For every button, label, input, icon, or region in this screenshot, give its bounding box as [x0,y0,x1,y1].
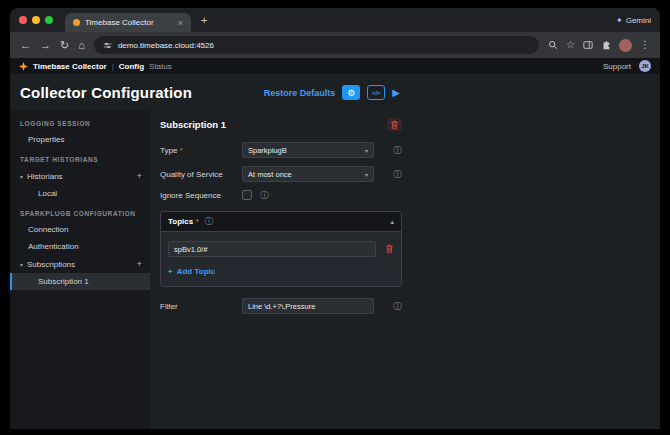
play-icon: ▶ [392,87,400,98]
sidebar-item-authentication[interactable]: Authentication [10,238,150,255]
section-target-historians: TARGET HISTORIANS [10,148,150,167]
type-field-row: Type * SparkplugB ▾ ⓘ [160,142,402,158]
nav-status[interactable]: Status [149,62,172,71]
nav-config[interactable]: Config [119,62,144,71]
chevron-down-icon: ▾ [20,261,23,268]
gemini-label: Gemini [626,16,651,25]
gemini-sparkle-icon: ✦ [616,16,623,25]
ignore-sequence-row: Ignore Sequence ⓘ [160,190,402,200]
close-window-button[interactable] [19,16,27,24]
support-link[interactable]: Support [603,62,631,71]
topics-card: Topics * ⓘ ▴ [160,211,402,287]
extensions-icon[interactable] [601,40,611,50]
forward-icon[interactable]: → [40,40,51,51]
restore-defaults-button[interactable]: Restore Defaults [264,88,336,98]
required-marker: * [180,146,183,155]
browser-tab[interactable]: Timebase Collector × [65,13,191,32]
ignore-sequence-label: Ignore Sequence [160,191,242,200]
collapse-icon[interactable]: ▴ [390,218,394,226]
sidebar-item-properties[interactable]: Properties [10,131,150,148]
topics-info-icon[interactable]: ⓘ [205,217,214,226]
filter-field-row: Filter ⓘ [160,298,402,314]
menu-icon[interactable]: ⋮ [640,40,650,50]
timebase-logo [19,62,28,71]
code-view-button[interactable]: </> [367,85,385,100]
app-header: Timebase Collector | Config Status Suppo… [10,58,660,74]
sidebar-item-subscription-1[interactable]: Subscription 1 [10,273,150,290]
reload-icon[interactable]: ↻ [60,40,69,51]
gear-icon: ⚙ [347,88,355,98]
bookmark-star-icon[interactable]: ☆ [566,40,575,50]
required-marker: * [195,217,198,226]
profile-avatar[interactable] [619,39,632,52]
section-sparkplugb: SPARKPLUGB CONFIGURATION [10,202,150,221]
run-button[interactable]: ▶ [392,87,400,98]
sidebar-item-local[interactable]: Local [10,185,150,202]
tab-strip: Timebase Collector × + ✦ Gemini [10,8,660,32]
topic-input[interactable] [168,241,376,257]
topics-body: + Add Topic [161,232,401,286]
sidebar-item-historians[interactable]: ▾ Historians + [10,167,150,185]
new-tab-button[interactable]: + [201,14,207,26]
ignore-sequence-info-icon[interactable]: ⓘ [260,191,269,200]
ignore-sequence-checkbox[interactable] [242,190,252,200]
caret-down-icon: ▾ [365,147,368,154]
qos-label: Quality of Service [160,170,242,179]
side-panel-icon[interactable] [583,40,593,50]
maximize-window-button[interactable] [45,16,53,24]
minimize-window-button[interactable] [32,16,40,24]
filter-input[interactable] [242,298,374,314]
tab-favicon [73,19,80,26]
settings-button[interactable]: ⚙ [342,85,360,100]
gemini-button[interactable]: ✦ Gemini [616,16,651,25]
delete-topic-icon[interactable] [385,244,394,254]
qos-select[interactable]: At most once ▾ [242,166,374,182]
sidebar-item-subscriptions[interactable]: ▾ Subscriptions + [10,255,150,273]
topics-label: Topics * [168,217,199,226]
subscription-title: Subscription 1 [160,119,226,130]
tab-title: Timebase Collector [85,18,154,27]
sidebar-item-connection[interactable]: Connection [10,221,150,238]
chevron-down-icon: ▾ [20,173,23,180]
user-avatar[interactable]: JK [639,60,651,72]
page-content: Collector Configuration Restore Defaults… [10,74,660,429]
type-select[interactable]: SparkplugB ▾ [242,142,374,158]
filter-label: Filter [160,302,242,311]
add-topic-button[interactable]: + Add Topic [168,267,394,276]
window-controls [19,16,53,24]
site-settings-icon[interactable] [103,41,112,50]
trash-icon [390,120,399,130]
app-brand: Timebase Collector [33,62,107,71]
main-panel: Subscription 1 Type * SparkplugB [150,110,660,429]
subscription-form: Subscription 1 Type * SparkplugB [160,118,402,314]
app-header-right: Support JK [603,60,651,72]
config-sidebar: LOGGING SESSION Properties TARGET HISTOR… [10,110,150,429]
url-text: demo.timebase.cloud:4526 [118,41,214,50]
page-actions: Restore Defaults ⚙ </> ▶ [264,85,400,100]
delete-subscription-button[interactable] [387,118,402,131]
qos-info-icon[interactable]: ⓘ [393,170,402,179]
header-divider: | [112,62,114,71]
add-historian-icon[interactable]: + [137,171,142,181]
section-logging-session: LOGGING SESSION [10,112,150,131]
type-label: Type * [160,146,242,155]
topics-header[interactable]: Topics * ⓘ ▴ [161,212,401,232]
topic-row [168,241,394,257]
browser-window: Timebase Collector × + ✦ Gemini ← → ↻ ⌂ … [10,8,660,429]
browser-toolbar: ← → ↻ ⌂ demo.timebase.cloud:4526 ☆ [10,32,660,58]
filter-info-icon[interactable]: ⓘ [393,302,402,311]
code-icon: </> [372,90,381,96]
page-header: Collector Configuration Restore Defaults… [10,74,660,110]
page-title: Collector Configuration [20,84,192,101]
caret-down-icon: ▾ [365,171,368,178]
type-info-icon[interactable]: ⓘ [393,146,402,155]
search-icon[interactable] [548,40,558,50]
qos-field-row: Quality of Service At most once ▾ ⓘ [160,166,402,182]
plus-icon: + [168,267,173,276]
toolbar-right: ☆ ⋮ [548,39,650,52]
tab-close-icon[interactable]: × [178,18,183,28]
address-bar[interactable]: demo.timebase.cloud:4526 [94,36,539,54]
home-icon[interactable]: ⌂ [78,40,85,51]
back-icon[interactable]: ← [20,40,31,51]
add-subscription-icon[interactable]: + [137,259,142,269]
